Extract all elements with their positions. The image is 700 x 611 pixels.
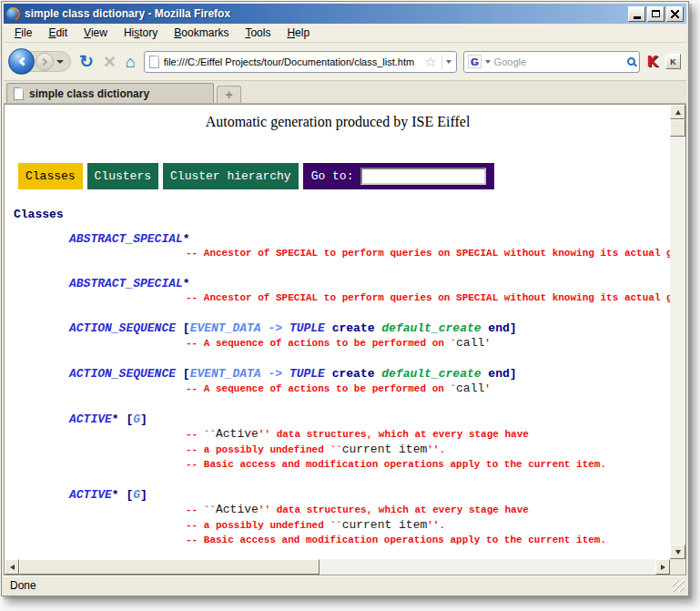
class-title-line: ACTION_SEQUENCE [EVENT_DATA -> TUPLE cre… [69, 321, 670, 335]
menu-help[interactable]: Help [279, 25, 317, 41]
chevron-down-icon [446, 60, 451, 64]
comment-segment: -- `` [186, 504, 216, 515]
minimize-button[interactable] [628, 6, 645, 22]
class-title-line: ABSTRACT_SPECIAL* [69, 277, 670, 290]
comment-segment: -- Ancestor of SPECIAL to perform querie… [186, 248, 670, 259]
code-segment: -> [261, 367, 289, 381]
menu-file[interactable]: File [7, 25, 39, 41]
vertical-scroll-thumb[interactable] [670, 119, 685, 137]
page-button-clusters[interactable]: Clusters [87, 163, 158, 189]
google-icon[interactable]: G [468, 55, 482, 68]
page-button-classes[interactable]: Classes [18, 163, 83, 189]
arrow-right-icon [661, 565, 665, 570]
close-button[interactable] [666, 6, 684, 22]
search-icon[interactable] [627, 57, 635, 66]
code-segment: ] [140, 412, 147, 426]
scroll-left-button[interactable] [5, 559, 19, 575]
class-link[interactable]: TUPLE [289, 367, 325, 381]
scroll-right-button[interactable] [655, 559, 670, 575]
comment-segment: call [456, 382, 484, 395]
code-segment: * [ [112, 488, 133, 502]
comment-segment: current item [342, 443, 428, 456]
menu-view[interactable]: View [76, 25, 115, 41]
bookmark-star-icon[interactable]: ☆ [424, 55, 436, 68]
scroll-down-button[interactable] [670, 545, 685, 559]
comment-segment: data structures, which at every stage ha… [277, 504, 529, 515]
virtual-keyboard-button[interactable]: K [665, 54, 681, 69]
class-link[interactable]: ACTION_SEQUENCE [69, 367, 176, 381]
class-comment: -- Basic access and modification operati… [186, 458, 670, 472]
tab-simple-class-dictionary[interactable]: simple class dictionary [6, 83, 214, 103]
history-dropdown-icon[interactable] [56, 60, 64, 64]
minimize-icon [634, 16, 641, 19]
eiffel-doc-page: Automatic generation produced by ISE Eif… [5, 114, 670, 559]
close-icon [671, 10, 679, 18]
resize-grip[interactable] [673, 580, 685, 592]
arrow-up-icon [675, 110, 681, 115]
stop-button[interactable]: × [102, 52, 117, 72]
search-input[interactable] [494, 56, 624, 67]
class-link[interactable]: ABSTRACT_SPECIAL [69, 232, 183, 246]
new-tab-button[interactable]: + [217, 86, 241, 103]
scroll-up-button[interactable] [670, 105, 685, 119]
page-nav-buttons: ClassesClustersCluster hierarchy Go to: [18, 163, 670, 189]
goto-label: Go to: [311, 169, 354, 183]
comment-segment: '' [259, 429, 277, 440]
class-link[interactable]: ACTIVE [69, 488, 112, 502]
code-segment: -> [261, 321, 289, 335]
page-button-cluster-hierarchy[interactable]: Cluster hierarchy [163, 163, 299, 189]
search-bar[interactable]: G [463, 51, 640, 73]
menu-history[interactable]: History [117, 25, 165, 41]
maximize-button[interactable] [647, 6, 664, 22]
search-engine-dropdown-icon[interactable] [485, 60, 491, 64]
reload-button[interactable]: ↻ [77, 53, 96, 70]
class-comment: -- Ancestor of SPECIAL to perform querie… [186, 291, 670, 305]
maximize-icon [652, 10, 660, 17]
class-entry: ABSTRACT_SPECIAL*-- Ancestor of SPECIAL … [69, 277, 670, 305]
code-segment: end] [482, 321, 517, 335]
menu-bar: FileEditViewHistoryBookmarksToolsHelp [4, 24, 686, 43]
window-controls [628, 6, 684, 22]
class-link[interactable]: ABSTRACT_SPECIAL [69, 277, 183, 290]
kaspersky-icon[interactable]: K [646, 53, 659, 70]
vertical-scrollbar[interactable] [670, 105, 685, 559]
class-link[interactable]: TUPLE [289, 321, 325, 335]
comment-segment: -- Basic access and modification operati… [186, 459, 606, 470]
horizontal-scroll-track[interactable] [320, 559, 655, 575]
code-segment: default_create [381, 321, 481, 335]
class-comment: -- Ancestor of SPECIAL to perform querie… [186, 247, 670, 260]
address-bar[interactable]: file:///C:/Eiffel Projects/tour/Document… [144, 51, 457, 73]
comment-segment: Active [216, 427, 259, 441]
class-link[interactable]: ACTION_SEQUENCE [69, 321, 176, 335]
class-link[interactable]: ACTIVE [69, 412, 112, 426]
back-button[interactable] [8, 48, 35, 75]
url-text[interactable]: file:///C:/Eiffel Projects/tour/Document… [164, 56, 420, 67]
vertical-scroll-track[interactable] [670, 137, 685, 545]
firefox-icon [6, 7, 20, 21]
comment-segment: -- A sequence of actions to be performed… [186, 338, 456, 349]
menu-bookmarks[interactable]: Bookmarks [167, 25, 236, 41]
comment-segment: -- a possibly undefined `` [186, 444, 342, 455]
class-comment: -- ``Active'' data structures, which at … [186, 503, 670, 517]
code-segment: end] [482, 367, 517, 381]
comment-segment: call [456, 336, 484, 350]
code-segment: [ [176, 367, 190, 381]
tab-favicon [14, 87, 24, 100]
horizontal-scrollbar[interactable] [5, 559, 670, 575]
menu-tools[interactable]: Tools [238, 25, 278, 41]
menu-edit[interactable]: Edit [41, 25, 75, 41]
home-button[interactable]: ⌂ [124, 54, 137, 70]
back-arrow-icon [18, 57, 27, 66]
goto-input[interactable] [360, 168, 486, 185]
horizontal-scroll-thumb[interactable] [19, 559, 320, 575]
comment-segment: ' [484, 338, 491, 349]
navigation-toolbar: ↻ × ⌂ file:///C:/Eiffel Projects/tour/Do… [4, 43, 686, 81]
firefox-window: simple class dictionary - Mozilla Firefo… [1, 1, 689, 596]
class-comment: -- ``Active'' data structures, which at … [186, 427, 670, 442]
forward-button[interactable] [36, 53, 54, 71]
url-dropdown-button[interactable] [441, 55, 451, 69]
status-bar: Done [4, 575, 686, 594]
tab-label: simple class dictionary [29, 87, 149, 100]
comment-segment: data structures, which at every stage ha… [277, 429, 529, 440]
class-title-line: ACTIVE* [G] [69, 488, 670, 502]
